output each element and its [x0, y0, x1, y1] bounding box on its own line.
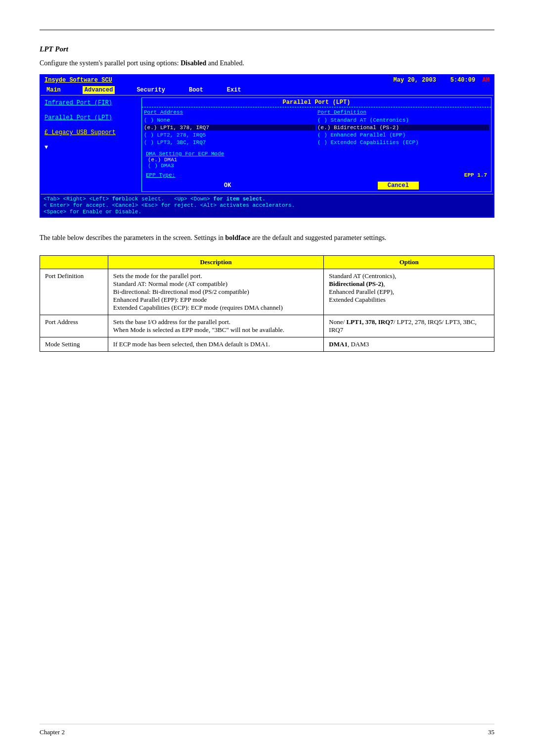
sidebar-bullet: ▼	[44, 144, 135, 151]
col-header-label	[40, 256, 108, 269]
chapter-label: Chapter 2	[40, 728, 65, 736]
bios-brand: Insyde Software SCU	[44, 77, 112, 84]
table-row: Port Address Sets the base I/O address f…	[40, 315, 494, 337]
bios-nav: Main Advanced Security Boot Exit	[41, 85, 493, 95]
nav-advanced[interactable]: Advanced	[83, 86, 115, 94]
table-row: Mode Setting If ECP mode has been select…	[40, 337, 494, 352]
dma-title: DMA Setting For ECP Mode	[146, 151, 487, 157]
footer-line-2: < Enter> for accept. <Cancel> <Esc> for …	[44, 202, 490, 208]
row-option-modeset: DMA1, DAM3	[324, 337, 494, 352]
row-desc-portdef: Sets the mode for the parallel port. Sta…	[108, 269, 324, 315]
row-label-portaddr: Port Address	[40, 315, 108, 337]
bios-main: Parallel Port (LPT) Port Address ( ) Non…	[139, 95, 493, 194]
opt-epp[interactable]: ( ) Enhanced Parallel (EPP)	[317, 132, 489, 138]
param-table: Description Option Port Definition Sets …	[40, 255, 494, 352]
sidebar-legacy-usb[interactable]: £ Legacy USB Support	[44, 129, 135, 136]
nav-main[interactable]: Main	[44, 86, 63, 94]
popup-title: Parallel Port (LPT)	[142, 98, 491, 107]
row-option-portaddr: None/ LPT1, 378, IRQ7/ LPT2, 278, IRQ5/ …	[324, 315, 494, 337]
sidebar-parallel[interactable]: Parallel Port (LPT)	[44, 114, 135, 121]
popup-col-definition: Port Definition ( ) Standard AT (Centron…	[317, 109, 489, 147]
col2-title: Port Definition	[317, 109, 489, 115]
opt-lpt3[interactable]: ( ) LPT3, 3BC, IRQ7	[144, 140, 315, 145]
cancel-button[interactable]: Cancel	[378, 182, 419, 189]
bios-header: Insyde Software SCU May 20, 2003 5:40:09…	[41, 75, 493, 85]
nav-exit[interactable]: Exit	[225, 86, 243, 94]
page-footer: Chapter 2 35	[40, 724, 494, 736]
opt-bidir[interactable]: (e.) Bidirectional (PS-2)	[317, 125, 489, 131]
dma-opt3[interactable]: ( ) DMA3	[148, 163, 487, 169]
col-header-option: Option	[324, 256, 494, 269]
dma-section: DMA Setting For ECP Mode (e.) DMA1 ( ) D…	[142, 149, 491, 171]
opt-ecp[interactable]: ( ) Extended Capabilities (ECP)	[317, 140, 489, 145]
opt-std-at[interactable]: ( ) Standard AT (Centronics)	[317, 117, 489, 123]
footer-line-1: <Tab> <Right> <Left> forblock select. <U…	[44, 196, 490, 202]
body-text: The table below describes the parameters…	[40, 233, 494, 243]
epp-value: EPP 1.7	[464, 172, 487, 178]
bios-screen: Insyde Software SCU May 20, 2003 5:40:09…	[40, 74, 494, 218]
page-title: LPT Port	[40, 45, 494, 53]
intro-text: Configure the system's parallel port usi…	[40, 59, 494, 67]
col1-title: Port Address	[144, 109, 315, 115]
page-number: 35	[488, 728, 494, 736]
epp-label: EPP Type:	[146, 172, 175, 178]
opt-lpt2[interactable]: ( ) LPT2, 278, IRQ5	[144, 132, 315, 138]
nav-security[interactable]: Security	[134, 86, 167, 94]
row-desc-portaddr: Sets the base I/O address for the parall…	[108, 315, 324, 337]
popup-col-address: Port Address ( ) None (e.) LPT1, 378, IR…	[144, 109, 315, 147]
opt-lpt1[interactable]: (e.) LPT1, 378, IRQ7	[144, 125, 315, 131]
ok-button[interactable]: OK	[214, 182, 241, 189]
bios-body: Infrared Port (FIR) Parallel Port (LPT) …	[41, 95, 493, 194]
bios-sidebar: Infrared Port (FIR) Parallel Port (LPT) …	[41, 95, 139, 194]
dialog-buttons: OK Cancel	[142, 180, 491, 191]
nav-boot[interactable]: Boot	[187, 86, 205, 94]
row-label-modeset: Mode Setting	[40, 337, 108, 352]
dma-opt1[interactable]: (e.) DMA1	[148, 157, 487, 163]
top-divider	[40, 30, 494, 30]
bios-footer: <Tab> <Right> <Left> forblock select. <U…	[41, 194, 493, 217]
epp-row: EPP Type: EPP 1.7	[142, 171, 491, 180]
opt-none[interactable]: ( ) None	[144, 117, 315, 123]
bios-datetime: May 20, 2003 5:40:09 AM	[394, 77, 490, 84]
col-header-desc: Description	[108, 256, 324, 269]
row-label-portdef: Port Definition	[40, 269, 108, 315]
footer-line-3: <Space> for Enable or Disable.	[44, 209, 490, 215]
row-option-portdef: Standard AT (Centronics), Bidirectional …	[324, 269, 494, 315]
table-row: Port Definition Sets the mode for the pa…	[40, 269, 494, 315]
popup-columns: Port Address ( ) None (e.) LPT1, 378, IR…	[142, 107, 491, 149]
row-desc-modeset: If ECP mode has been selected, then DMA …	[108, 337, 324, 352]
popup-dialog: Parallel Port (LPT) Port Address ( ) Non…	[141, 97, 491, 192]
sidebar-infrared[interactable]: Infrared Port (FIR)	[44, 99, 135, 106]
